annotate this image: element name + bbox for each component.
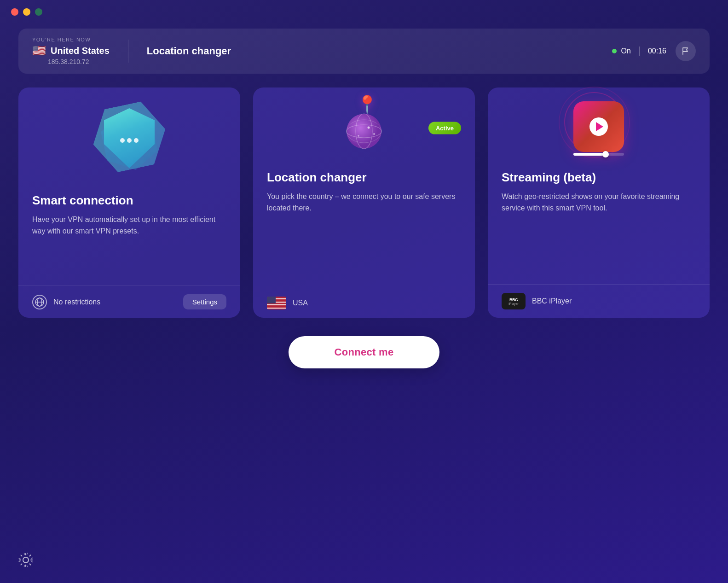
- smart-connection-card[interactable]: Smart connection Have your VPN automatic…: [18, 87, 240, 318]
- play-triangle: [596, 122, 603, 131]
- shield-dot-2: [127, 138, 132, 143]
- streaming-slider: [573, 153, 624, 156]
- shield-dot-1: [120, 138, 125, 143]
- status-indicator: [612, 49, 617, 53]
- streaming-card-title: Streaming (beta): [502, 170, 696, 185]
- location-card-body: Location changer You pick the country – …: [253, 161, 475, 258]
- status-text: On: [621, 47, 631, 55]
- active-badge: Active: [428, 122, 461, 134]
- bottom-settings: [17, 551, 35, 569]
- streaming-bg: [573, 101, 624, 152]
- streaming-card-body: Streaming (beta) Watch geo-restricted sh…: [488, 161, 710, 256]
- feature-name: Location changer: [147, 45, 612, 57]
- streaming-card-footer[interactable]: BBC iPlayer BBC iPlayer: [488, 284, 710, 318]
- current-location: YOU'RE HERE NOW 🇺🇸 United States 185.38.…: [32, 37, 110, 65]
- minimize-button[interactable]: [23, 8, 30, 16]
- bbc-logo-text: BBC iPlayer: [508, 297, 518, 305]
- gear-icon: [17, 552, 34, 568]
- ip-address: 185.38.210.72: [48, 58, 89, 65]
- usa-label: USA: [293, 299, 461, 307]
- usa-flag-canton: [267, 297, 276, 303]
- streaming-card-desc: Watch geo-restricted shows on your favor…: [502, 191, 696, 214]
- streaming-card[interactable]: Streaming (beta) Watch geo-restricted sh…: [488, 87, 710, 318]
- streaming-slider-dot: [602, 151, 609, 157]
- globe-icon: [32, 295, 47, 309]
- usa-flag: [267, 297, 286, 309]
- gear-icon-button[interactable]: [17, 551, 35, 569]
- header-bar: YOU'RE HERE NOW 🇺🇸 United States 185.38.…: [18, 29, 710, 74]
- connection-timer: 00:16: [648, 47, 666, 55]
- streaming-icon-container: [569, 97, 629, 157]
- settings-button[interactable]: Settings: [183, 294, 226, 309]
- connect-area: Connect me: [0, 336, 728, 368]
- shield-dots: [120, 138, 139, 143]
- smart-card-desc: Have your VPN automatically set up in th…: [32, 214, 226, 237]
- svg-point-3: [347, 114, 381, 149]
- country-flag: 🇺🇸: [32, 44, 46, 57]
- shield-wrap: [83, 92, 175, 184]
- title-bar: [0, 0, 728, 24]
- location-changer-card[interactable]: 📍 Active Location changer You pick the c…: [253, 87, 475, 318]
- status-divider: [639, 47, 640, 56]
- smart-card-footer: No restrictions Settings: [18, 286, 240, 318]
- streaming-icon-area: [488, 87, 710, 161]
- connection-status: On 00:16: [612, 47, 666, 56]
- country-name: United States: [51, 46, 110, 56]
- bbc-badge: BBC iPlayer: [502, 293, 526, 309]
- maximize-button[interactable]: [35, 8, 42, 16]
- play-button-icon: [589, 117, 608, 136]
- svg-point-8: [373, 133, 375, 135]
- report-flag-button[interactable]: [676, 41, 696, 61]
- shield-dot-3: [134, 138, 139, 143]
- smart-icon-area: [18, 87, 240, 184]
- svg-point-7: [368, 127, 370, 129]
- no-restrictions-label: No restrictions: [53, 298, 177, 306]
- location-icon-area: 📍 Active: [253, 87, 475, 161]
- connect-button[interactable]: Connect me: [289, 336, 440, 368]
- close-button[interactable]: [11, 8, 18, 16]
- streaming-service-label: BBC iPlayer: [532, 297, 696, 305]
- location-card-footer[interactable]: USA: [253, 288, 475, 318]
- smart-card-title: Smart connection: [32, 193, 226, 208]
- cards-container: Smart connection Have your VPN automatic…: [18, 87, 710, 318]
- svg-point-10: [23, 557, 29, 563]
- location-pin: 📍: [356, 94, 378, 115]
- smart-card-body: Smart connection Have your VPN automatic…: [18, 184, 240, 286]
- location-card-title: Location changer: [267, 170, 461, 185]
- you-are-label: YOU'RE HERE NOW: [32, 37, 91, 42]
- streaming-slider-fill: [573, 153, 604, 156]
- header-divider: [128, 40, 128, 63]
- country-row: 🇺🇸 United States: [32, 44, 110, 57]
- globe-pin-container: 📍: [334, 97, 394, 157]
- location-card-desc: You pick the country – we connect you to…: [267, 191, 461, 214]
- svg-point-9: [358, 135, 359, 137]
